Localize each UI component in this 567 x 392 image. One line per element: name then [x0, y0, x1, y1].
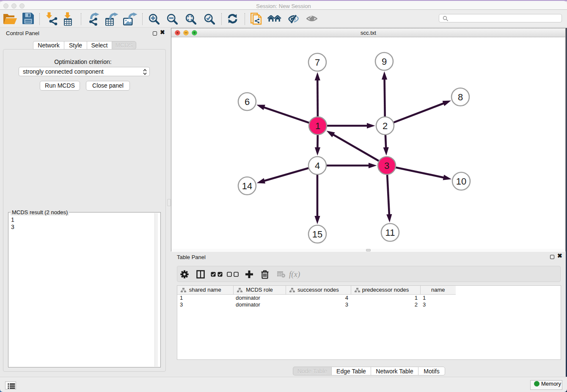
svg-text:15: 15 — [312, 229, 322, 240]
svg-text:2: 2 — [383, 121, 388, 131]
svg-text:10: 10 — [456, 176, 466, 187]
svg-text:1: 1 — [315, 121, 320, 131]
svg-text:6: 6 — [245, 97, 250, 107]
svg-text:14: 14 — [242, 181, 252, 191]
svg-text:11: 11 — [385, 227, 395, 238]
svg-text:8: 8 — [458, 92, 463, 102]
svg-text:7: 7 — [315, 57, 320, 68]
svg-text:9: 9 — [382, 56, 387, 67]
svg-text:4: 4 — [315, 160, 320, 171]
svg-text:3: 3 — [384, 160, 389, 171]
